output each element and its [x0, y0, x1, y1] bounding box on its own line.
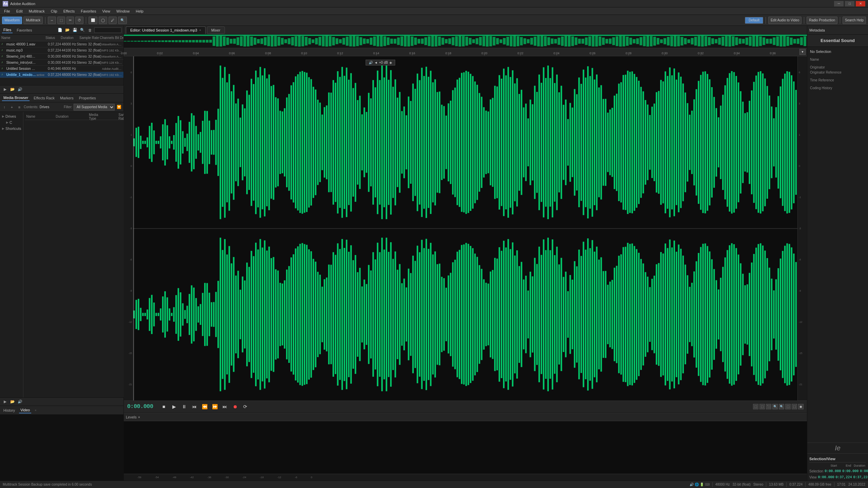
tree-shortcuts[interactable]: ▶ Shortcuts: [1, 125, 22, 132]
transport-tool-3[interactable]: ⬛: [766, 404, 771, 409]
end-button[interactable]: ⏭: [221, 403, 229, 411]
tool-time[interactable]: ⏱: [75, 17, 83, 24]
svg-rect-441: [658, 91, 660, 194]
tab-properties[interactable]: Properties: [78, 95, 97, 101]
media-nav-up[interactable]: ↑: [1, 104, 7, 110]
tool-move[interactable]: ↔: [48, 17, 56, 24]
levels-header: Levels ×: [124, 413, 807, 421]
menu-effects[interactable]: Effects: [61, 8, 77, 14]
overview-bar[interactable]: [124, 35, 807, 48]
tab-files[interactable]: Files: [2, 27, 13, 33]
files-open-button[interactable]: 📂: [64, 27, 71, 33]
media-filter-btn[interactable]: 🔽: [116, 104, 122, 110]
media-filter-dropdown[interactable]: All Supported Media: [74, 104, 115, 111]
file-row[interactable]: ♪ Untitle_1_mixdown.mp3 active 0:37,224 …: [0, 72, 123, 78]
le-icon-area: Ie: [807, 443, 868, 453]
edit-audio-to-video-button[interactable]: Edit Audio to Video: [768, 17, 802, 24]
files-footer-btn3[interactable]: 🔊: [17, 86, 23, 93]
close-button[interactable]: ✕: [856, 1, 865, 6]
transport-tool-1[interactable]: ⬚: [753, 404, 758, 409]
files-save-button[interactable]: 💾: [72, 27, 78, 33]
transport-tool-8[interactable]: ◉: [798, 404, 804, 409]
files-footer-btn1[interactable]: ▶: [2, 86, 8, 93]
svg-rect-723: [618, 256, 620, 373]
record-button[interactable]: ⏺: [231, 403, 239, 411]
menu-edit[interactable]: Edit: [14, 8, 25, 14]
tab-markers[interactable]: Markers: [59, 95, 75, 101]
maximize-button[interactable]: □: [845, 1, 854, 6]
default-workspace-button[interactable]: Default: [745, 17, 763, 24]
tab-video[interactable]: Video: [19, 407, 31, 413]
multitrack-button[interactable]: Multitrack: [23, 17, 43, 24]
media-footer-play[interactable]: ▶: [2, 399, 8, 405]
search-help-button[interactable]: Search Help: [843, 17, 866, 24]
loop-button[interactable]: ⟳: [241, 403, 249, 411]
transport-tool-5[interactable]: 🔍: [779, 404, 784, 409]
metadata-tab[interactable]: Metadata: [809, 28, 825, 32]
svg-rect-160: [663, 38, 666, 44]
file-row[interactable]: ♪ Untitled Session 1.sesx 0:40,946 48000…: [0, 66, 123, 72]
waveform-main[interactable]: 🔊 ◄ +0 dB ◈: [133, 56, 797, 401]
files-new-button[interactable]: 📄: [57, 27, 63, 33]
tool-select[interactable]: ⬚: [57, 17, 65, 24]
tool-zoom[interactable]: 🔍: [118, 17, 127, 24]
lr-n30: -30: [225, 476, 229, 479]
svg-rect-538: [209, 293, 210, 336]
mixer-tab[interactable]: Mixer: [207, 26, 225, 34]
menu-view[interactable]: View: [99, 8, 113, 14]
file-row[interactable]: ♪ music.mp3 0:37,224 44100 Hz Stereo 32 …: [0, 47, 123, 54]
rewind-button[interactable]: ⏮: [190, 403, 198, 411]
media-toggle[interactable]: ≡: [16, 104, 22, 110]
files-search-button[interactable]: 🔍: [79, 27, 85, 33]
menu-favorites[interactable]: Favorites: [78, 8, 99, 14]
time-ruler-menu[interactable]: ▼: [799, 49, 806, 55]
transport-tool-7[interactable]: ⬚: [792, 404, 797, 409]
menu-help[interactable]: Help: [133, 8, 146, 14]
fast-rewind-button[interactable]: ⏪: [200, 403, 209, 411]
files-delete-button[interactable]: 🗑: [87, 27, 93, 33]
tab-effects-rack[interactable]: Effects Rack: [32, 95, 56, 101]
tool-lasso[interactable]: ◯: [99, 17, 107, 24]
tool-paint[interactable]: 🖊: [109, 17, 117, 24]
svg-rect-494: [775, 107, 777, 178]
menu-clip[interactable]: Clip: [48, 8, 60, 14]
pause-button[interactable]: ⏸: [180, 403, 188, 411]
transport-tool-6[interactable]: ⬚: [785, 404, 791, 409]
transport-tool-4[interactable]: 🔍: [772, 404, 778, 409]
editor-tab-close[interactable]: ×: [199, 28, 201, 32]
file-row[interactable]: ♪ Slowmo_intro(vol).mp3 0:30,000 44100 H…: [0, 60, 123, 66]
menu-multitrack[interactable]: Multitrack: [26, 8, 47, 14]
tab-history[interactable]: History: [2, 408, 16, 413]
file-row[interactable]: ♪ music 48000 1.wav 0:37,224 48000 Hz St…: [0, 41, 123, 47]
menu-window[interactable]: Window: [114, 8, 132, 14]
fast-forward-button[interactable]: ⏩: [211, 403, 219, 411]
stop-button[interactable]: ■: [160, 403, 168, 411]
files-search-input[interactable]: [94, 27, 121, 33]
svg-rect-384: [532, 104, 534, 180]
radio-production-button[interactable]: Radio Production: [807, 17, 837, 24]
svg-rect-656: [470, 246, 471, 383]
playhead: [133, 56, 134, 401]
play-button[interactable]: ▶: [170, 403, 178, 411]
media-footer-preview[interactable]: 🔊: [17, 399, 23, 405]
levels-close[interactable]: ×: [138, 415, 140, 419]
tab-favorites[interactable]: Favorites: [15, 27, 33, 33]
tool-razor[interactable]: ✂: [66, 17, 74, 24]
menu-file[interactable]: File: [1, 8, 13, 14]
editor-tab-active[interactable]: Editor: Untitled Session 1_mixdown.mp3 ×: [126, 26, 206, 34]
files-footer-btn2[interactable]: 📂: [9, 86, 16, 93]
file-row[interactable]: ♪ Slowmo_(m) 48000 1.wav 0:30,000 48000 …: [0, 54, 123, 60]
minimize-button[interactable]: ─: [834, 1, 844, 6]
tool-marquee[interactable]: ⬜: [89, 17, 97, 24]
svg-rect-70: [356, 36, 359, 46]
tree-c-drive[interactable]: ▶ C: [1, 119, 22, 125]
transport-tool-2[interactable]: ⬚: [759, 404, 765, 409]
svg-rect-319: [388, 80, 390, 205]
tree-drives[interactable]: ▶ Drives: [1, 113, 22, 119]
waveform-button[interactable]: Waveform: [2, 17, 22, 24]
svg-rect-784: [753, 254, 755, 375]
media-add[interactable]: +: [9, 104, 15, 110]
media-footer-import[interactable]: 📂: [9, 399, 16, 405]
files-panel: Files Favorites 📄 📂 💾 🔍 🗑 Name Status Du…: [0, 26, 123, 94]
tab-media-browser[interactable]: Media Browser: [2, 95, 30, 101]
